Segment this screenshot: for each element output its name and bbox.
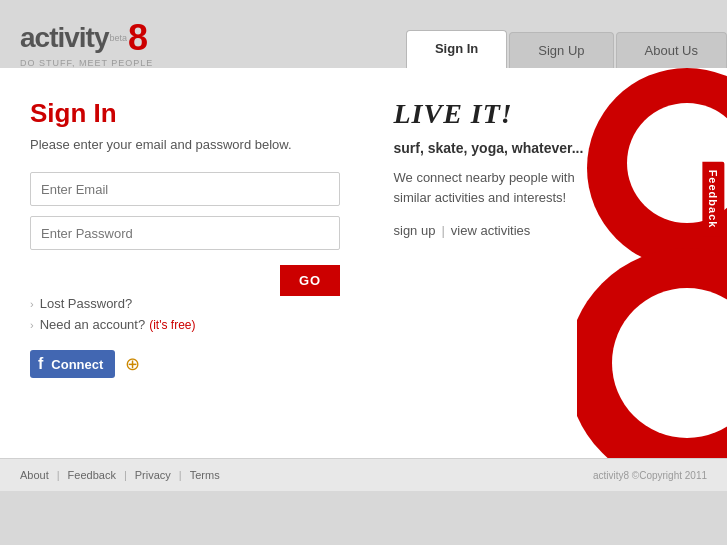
footer-sep-1: | bbox=[57, 469, 60, 481]
footer-terms-link[interactable]: Terms bbox=[190, 469, 220, 481]
connect-label: Connect bbox=[51, 357, 103, 372]
cta-separator: | bbox=[441, 223, 444, 238]
signin-title: Sign In bbox=[30, 98, 344, 129]
logo-eight-text: 8 bbox=[128, 20, 148, 56]
footer-sep-2: | bbox=[124, 469, 127, 481]
links-area: › Lost Password? › Need an account? (it'… bbox=[30, 296, 344, 332]
bullet-icon-2: › bbox=[30, 319, 34, 331]
view-activities-link[interactable]: view activities bbox=[451, 223, 530, 238]
need-account-item: › Need an account? (it's free) bbox=[30, 317, 344, 332]
tab-aboutus[interactable]: About Us bbox=[616, 32, 727, 68]
tab-signup[interactable]: Sign Up bbox=[509, 32, 613, 68]
plus-icon[interactable]: ⊕ bbox=[125, 353, 140, 375]
right-panel: LIVE IT! surf, skate, yoga, whatever... … bbox=[374, 68, 728, 458]
signin-subtitle: Please enter your email and password bel… bbox=[30, 137, 344, 152]
promo-tagline: surf, skate, yoga, whatever... bbox=[394, 140, 708, 156]
footer-sep-3: | bbox=[179, 469, 182, 481]
footer-about-link[interactable]: About bbox=[20, 469, 49, 481]
header: activitybeta8 DO STUFF, MEET PEOPLE Sign… bbox=[0, 0, 727, 68]
feedback-tab[interactable]: Feedback bbox=[703, 162, 725, 237]
bullet-icon: › bbox=[30, 298, 34, 310]
nav-tabs: Sign In Sign Up About Us bbox=[404, 30, 727, 68]
facebook-icon: f bbox=[38, 355, 43, 373]
footer: About | Feedback | Privacy | Terms activ… bbox=[0, 458, 727, 491]
promo-description: We connect nearby people with similar ac… bbox=[394, 168, 594, 207]
footer-links: About | Feedback | Privacy | Terms bbox=[20, 469, 220, 481]
tab-signin[interactable]: Sign In bbox=[406, 30, 507, 68]
svg-point-1 bbox=[577, 248, 727, 458]
main-content: Sign In Please enter your email and pass… bbox=[0, 68, 727, 458]
footer-feedback-link[interactable]: Feedback bbox=[68, 469, 116, 481]
logo: activitybeta8 bbox=[20, 20, 384, 56]
its-free-label: (it's free) bbox=[149, 318, 195, 332]
logo-activity-text: activity bbox=[20, 24, 109, 52]
password-input[interactable] bbox=[30, 216, 340, 250]
cta-links: sign up|view activities bbox=[394, 223, 708, 238]
signup-cta-link[interactable]: sign up bbox=[394, 223, 436, 238]
footer-copyright: activity8 ©Copyright 2011 bbox=[593, 470, 707, 481]
need-account-link[interactable]: Need an account? bbox=[40, 317, 146, 332]
logo-area: activitybeta8 DO STUFF, MEET PEOPLE bbox=[0, 10, 404, 68]
logo-tagline: DO STUFF, MEET PEOPLE bbox=[20, 58, 384, 68]
left-panel: Sign In Please enter your email and pass… bbox=[0, 68, 374, 458]
footer-privacy-link[interactable]: Privacy bbox=[135, 469, 171, 481]
connect-area: f Connect ⊕ bbox=[30, 350, 344, 378]
live-it-heading: LIVE IT! bbox=[394, 98, 708, 130]
logo-beta-text: beta bbox=[110, 34, 128, 43]
svg-point-3 bbox=[612, 288, 727, 438]
lost-password-link[interactable]: Lost Password? bbox=[40, 296, 133, 311]
facebook-connect-button[interactable]: f Connect bbox=[30, 350, 115, 378]
lost-password-item: › Lost Password? bbox=[30, 296, 344, 311]
email-input[interactable] bbox=[30, 172, 340, 206]
go-button[interactable]: GO bbox=[280, 265, 340, 296]
